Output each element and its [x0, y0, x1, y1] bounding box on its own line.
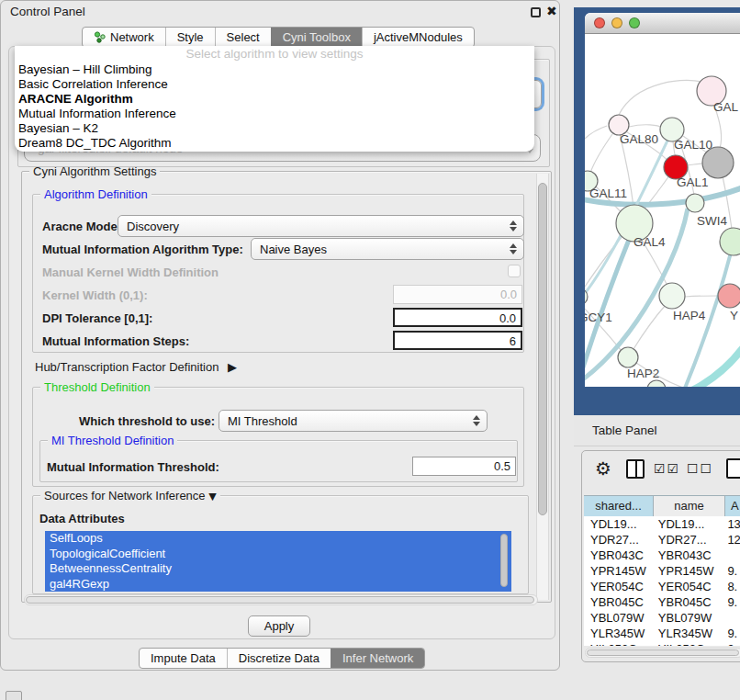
- table-row[interactable]: YLR345WYLR345W9.: [584, 626, 740, 641]
- network-edge: [585, 126, 607, 172]
- tab-select[interactable]: Select: [215, 28, 271, 47]
- algorithm-option[interactable]: Basic Correlation Inference: [15, 77, 534, 92]
- mi-type-combo[interactable]: Naive Bayes: [251, 238, 524, 260]
- table-cell: [721, 548, 740, 563]
- table-horizontal-scrollbar[interactable]: [585, 648, 740, 658]
- table-cell: YBR043C: [652, 548, 722, 563]
- hub-section-toggle[interactable]: Hub/Transcription Factor Definition ▶: [35, 360, 237, 374]
- node-label: GAL11: [589, 186, 627, 200]
- algorithm-option[interactable]: Bayesian – K2: [15, 121, 534, 136]
- network-edge: [619, 80, 708, 115]
- settings-vertical-scrollbar[interactable]: [536, 174, 549, 600]
- tab-style[interactable]: Style: [165, 28, 215, 47]
- split-columns-icon[interactable]: [626, 459, 645, 479]
- network-node[interactable]: [720, 228, 740, 255]
- data-attributes-list[interactable]: SelfLoopsTopologicalCoefficientBetweenne…: [45, 531, 511, 592]
- minimize-traffic-light-icon[interactable]: [611, 17, 622, 28]
- network-node[interactable]: [686, 194, 704, 212]
- table-cell: YDL19...: [584, 516, 652, 532]
- select-all-icon[interactable]: ☑☑: [654, 461, 680, 476]
- network-frame: GALGAL80GAL10GAL1GAL11SWI4GAL4GCY1HAP4YH…: [574, 7, 740, 415]
- algorithm-option[interactable]: Bayesian – Hill Climbing: [15, 62, 534, 77]
- node-label: GCY1: [585, 310, 612, 324]
- bottom-tabs: Impute DataDiscretize DataInfer Network: [139, 648, 425, 669]
- table-cell: 13: [721, 516, 740, 532]
- float-icon[interactable]: [531, 7, 541, 17]
- apply-button[interactable]: Apply: [248, 615, 310, 637]
- network-node[interactable]: [618, 347, 638, 367]
- table-cell: YBR043C: [584, 548, 652, 563]
- close-icon[interactable]: ✖: [546, 4, 557, 18]
- tab-network[interactable]: Network: [83, 28, 165, 47]
- dock-restore-icon[interactable]: [6, 691, 22, 700]
- export-table-icon[interactable]: [726, 458, 740, 479]
- dpi-tolerance-field[interactable]: 0.0: [393, 308, 522, 327]
- table-row[interactable]: YBR043CYBR043C: [584, 548, 740, 563]
- combo-stepper-icon: [473, 415, 480, 426]
- network-node[interactable]: [718, 284, 740, 308]
- algorithm-option[interactable]: Dream8 DC_TDC Algorithm: [15, 136, 534, 151]
- tab-discretize-data[interactable]: Discretize Data: [227, 649, 331, 668]
- data-attribute-item[interactable]: TopologicalCoefficient: [45, 547, 511, 562]
- deselect-all-icon[interactable]: ☐☐: [687, 461, 713, 476]
- data-attribute-item[interactable]: SelfLoops: [45, 531, 511, 547]
- table-row[interactable]: YER054CYER054C8.: [584, 579, 740, 594]
- scrollbar-thumb[interactable]: [26, 596, 534, 604]
- scrollbar-thumb[interactable]: [538, 183, 547, 515]
- network-node[interactable]: [647, 380, 666, 387]
- table-cell: YBR045C: [584, 594, 652, 610]
- combo-stepper-icon: [510, 220, 517, 231]
- which-threshold-combo[interactable]: MI Threshold: [219, 410, 488, 432]
- network-edge: [687, 164, 704, 165]
- algorithm-option[interactable]: Mutual Information Inference: [15, 107, 534, 121]
- attributes-scrollbar-thumb[interactable]: [500, 534, 508, 587]
- algorithm-list: Bayesian – Hill ClimbingBasic Correlatio…: [15, 62, 534, 151]
- close-traffic-light-icon[interactable]: [594, 17, 605, 28]
- kernel-width-field[interactable]: 0.0: [393, 285, 522, 304]
- data-attribute-item[interactable]: gal4RGexp: [45, 577, 511, 593]
- aracne-mode-combo[interactable]: Discovery: [118, 215, 524, 237]
- table-cell: YER054C: [652, 579, 722, 594]
- zoom-traffic-light-icon[interactable]: [629, 17, 640, 28]
- data-attribute-item[interactable]: BetweennessCentrality: [45, 561, 511, 577]
- manual-kernel-label: Manual Kernel Width Definition: [42, 265, 219, 279]
- table-panel-titlebar: Table Panel: [574, 415, 740, 446]
- tab-label: Impute Data: [151, 651, 216, 665]
- table-row[interactable]: YBL079WYBL079W: [584, 610, 740, 626]
- column-header-shared-[interactable]: shared...: [584, 495, 654, 518]
- network-window-titlebar[interactable]: [585, 13, 740, 34]
- algorithm-option[interactable]: ARACNE Algorithm: [15, 92, 534, 107]
- scrollbar-thumb[interactable]: [587, 649, 739, 656]
- network-node[interactable]: [659, 283, 685, 309]
- manual-kernel-checkbox[interactable]: [508, 265, 521, 277]
- aracne-mode-value: Discovery: [127, 220, 179, 233]
- table-cell: 12: [721, 532, 740, 548]
- mi-threshold-group-title: MI Threshold Definition: [48, 434, 177, 447]
- mi-threshold-field[interactable]: 0.5: [412, 457, 516, 476]
- combo-stepper-icon: [510, 243, 517, 254]
- column-header-name[interactable]: name: [654, 495, 725, 518]
- settings-horizontal-scrollbar[interactable]: [24, 594, 538, 605]
- node-label: GAL4: [633, 235, 666, 249]
- tab-jactivemnodules[interactable]: jActiveMNodules: [362, 28, 474, 47]
- table-cell: 9.: [721, 594, 740, 610]
- column-header-a[interactable]: A: [725, 495, 740, 518]
- sources-group-title[interactable]: Sources for Network Inference ▼: [40, 489, 220, 502]
- mi-steps-field[interactable]: 6: [393, 331, 522, 350]
- table-row[interactable]: YPR145WYPR145W9.: [584, 563, 740, 579]
- tab-impute-data[interactable]: Impute Data: [140, 649, 227, 668]
- network-canvas[interactable]: GALGAL80GAL10GAL1GAL11SWI4GAL4GCY1HAP4YH…: [585, 34, 740, 387]
- which-threshold-value: MI Threshold: [228, 414, 297, 428]
- node-label: GAL10: [674, 138, 712, 152]
- gear-icon[interactable]: ⚙: [595, 457, 611, 480]
- which-threshold-label: Which threshold to use:: [79, 414, 215, 428]
- table-row[interactable]: YDL19...YDL19...13: [584, 516, 740, 532]
- table-cell: YER054C: [584, 579, 652, 594]
- tab-cyni-toolbox[interactable]: Cyni Toolbox: [271, 28, 362, 47]
- tab-infer-network[interactable]: Infer Network: [331, 649, 424, 668]
- dpi-tolerance-label: DPI Tolerance [0,1]:: [42, 311, 152, 325]
- table-row[interactable]: YDR27...YDR27...12: [584, 532, 740, 548]
- table-row[interactable]: YBR045CYBR045C9.: [584, 594, 740, 610]
- table-row[interactable]: YIL052CYIL052C9.: [584, 641, 740, 646]
- network-node[interactable]: [702, 147, 734, 178]
